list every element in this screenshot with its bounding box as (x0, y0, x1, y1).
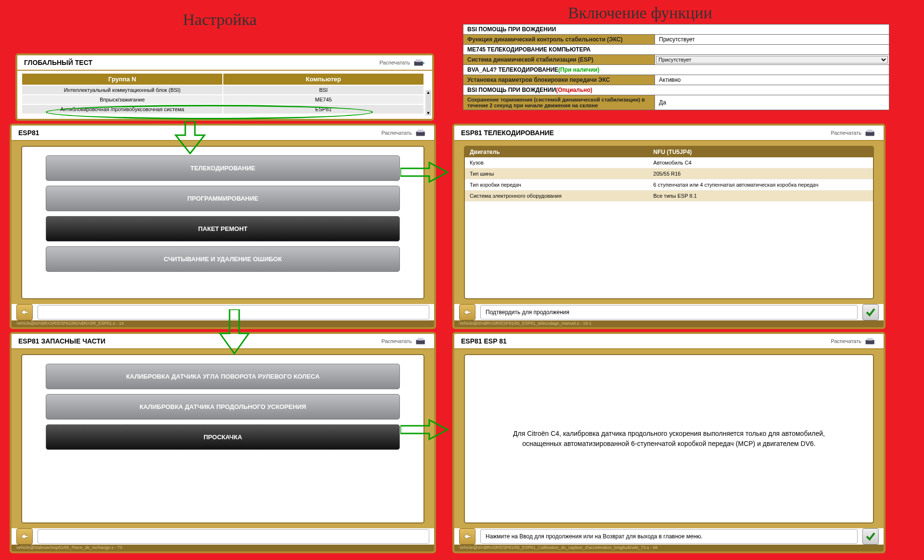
svg-rect-3 (416, 131, 425, 136)
table-row[interactable]: Тип шины205/55 R16 (465, 168, 873, 179)
cfg-header-bva: BVA_AL4? ТЕЛЕКОДИРОВАНИЕ(При наличии) (463, 65, 889, 75)
annotation-left-title: Настройка (183, 11, 257, 29)
confirm-button[interactable] (862, 304, 879, 320)
back-button[interactable] (16, 528, 33, 545)
info-text: Для Citroёn C4, калибровка датчика продо… (494, 429, 844, 449)
telecoding-button[interactable]: ТЕЛЕКОДИРОВАНИЕ (46, 155, 400, 181)
arrow-left-icon (20, 308, 29, 316)
repair-package-button[interactable]: ПАКЕТ РЕМОНТ (46, 216, 400, 242)
table-row[interactable]: КузовАвтомобиль C4 (465, 157, 873, 168)
panel-telecoding: ESP81 ТЕЛЕКОДИРОВАНИЕ Распечатать Двигат… (452, 124, 886, 329)
footer-path: vehicle@0/abrasr/esp81/85_Piece_de_recha… (12, 545, 434, 551)
calibrate-longitudinal-button[interactable]: КАЛИБРОВКА ДАТЧИКА ПРОДОЛЬНОГО УСКОРЕНИЯ (46, 394, 400, 420)
tele-title: ESP81 ТЕЛЕКОДИРОВАНИЕ (461, 129, 554, 137)
panel-esp81-menu: ESP81 Распечатать ТЕЛЕКОДИРОВАНИЕ ПРОГРА… (10, 124, 436, 329)
cfg-label: Сохранение торможения (системой динамиче… (463, 95, 655, 110)
footer-path: Vehicle@0/ABRASR/ESP81/85_ESP81_telecoda… (454, 320, 884, 327)
cfg-header-me745: ME745 ТЕЛЕКОДИРОВАНИЕ КОМПЬЮТЕРА (463, 45, 889, 55)
back-button[interactable] (16, 304, 33, 320)
back-button[interactable] (459, 304, 475, 320)
status-input[interactable] (480, 529, 858, 544)
cfg-header-bsi: BSI ПОМОЩЬ ПРИ ВОЖДЕНИИ (463, 25, 889, 35)
panel-esp81-info: ESP81 ESP 81 Распечатать Для Citroёn C4,… (452, 332, 886, 553)
config-block: BSI ПОМОЩЬ ПРИ ВОЖДЕНИИ Функция динамиче… (463, 24, 889, 110)
print-button[interactable]: Распечатать (382, 337, 427, 345)
cfg-value: Активно (655, 75, 889, 85)
col-group: Группа N (22, 74, 222, 85)
print-button[interactable]: Распечатать (380, 58, 425, 67)
printer-icon (413, 58, 425, 67)
calibrate-steering-angle-button[interactable]: КАЛИБРОВКА ДАТЧИКА УГЛА ПОВОРОТА РУЛЕВОГ… (46, 364, 400, 389)
spare-title: ESP81 ЗАПАСНЫЕ ЧАСТИ (18, 337, 105, 345)
print-button[interactable]: Распечатать (831, 128, 877, 137)
panel-spare-parts: ESP81 ЗАПАСНЫЕ ЧАСТИ Распечатать КАЛИБРО… (10, 332, 436, 553)
footer-path: Vehicle@0/ABRASR/ESP81/85_ESP81_Calibrat… (454, 545, 884, 551)
cfg-header-bsi2: BSI ПОМОЩЬ ПРИ ВОЖДЕНИИ(Опциально) (463, 85, 889, 95)
check-icon (866, 532, 875, 541)
check-icon (866, 308, 875, 317)
annotation-ellipse (46, 105, 373, 119)
table-row[interactable]: Интеллектуальный коммутационный блок (BS… (22, 86, 424, 94)
print-button[interactable]: Распечатать (831, 337, 877, 345)
annotation-arrow-down-icon (215, 309, 254, 355)
svg-rect-9 (866, 340, 874, 344)
table-row[interactable]: Тип коробки передач6 ступенчатая или 4 с… (465, 179, 873, 191)
printer-icon (415, 128, 427, 137)
bleeding-button[interactable]: ПРОСКАЧКА (46, 424, 400, 450)
print-button[interactable]: Распечатать (382, 128, 427, 137)
confirm-button[interactable] (862, 528, 879, 545)
annotation-arrow-right-icon (400, 419, 449, 441)
status-input[interactable] (480, 305, 858, 319)
read-clear-errors-button[interactable]: СЧИТЫВАНИЕ И УДАЛЕНИЕ ОШИБОК (46, 246, 400, 272)
status-input[interactable] (38, 529, 429, 544)
esp81-info-title: ESP81 ESP 81 (461, 337, 507, 345)
svg-rect-5 (416, 340, 425, 344)
cfg-label: Установка параметров блокировки передачи… (463, 75, 655, 85)
annotation-right-title: Включение функции (568, 4, 712, 22)
cfg-label: Система динамической стабилизации (ESP) (463, 55, 655, 65)
table-row[interactable]: Система электронного оборудованияВсе тип… (465, 191, 873, 202)
svg-point-2 (423, 62, 424, 64)
annotation-arrow-right-icon (400, 161, 449, 183)
svg-rect-7 (866, 131, 874, 136)
printer-icon (864, 337, 877, 345)
svg-rect-4 (418, 130, 424, 132)
svg-rect-8 (867, 130, 873, 132)
svg-rect-0 (414, 61, 423, 65)
col-computer: Компьютер (223, 74, 424, 85)
svg-rect-1 (416, 60, 422, 62)
scrollbar[interactable] (425, 90, 431, 115)
svg-rect-6 (418, 338, 424, 341)
back-button[interactable] (459, 528, 475, 545)
annotation-arrow-down-icon (171, 121, 209, 154)
telecoding-params-table: ДвигательNFU (TU5JP4) КузовАвтомобиль C4… (465, 147, 873, 202)
cfg-value: Да (655, 95, 889, 110)
svg-rect-10 (867, 338, 873, 341)
esp81-title: ESP81 (18, 129, 39, 137)
printer-icon (864, 128, 877, 137)
global-test-title: ГЛОБАЛЬНЫЙ ТЕСТ (24, 59, 92, 66)
programming-button[interactable]: ПРОГРАММИРОВАНИЕ (46, 186, 400, 211)
arrow-left-icon (463, 533, 472, 540)
arrow-left-icon (463, 308, 472, 316)
table-row[interactable]: Впрыск/зажиганиеME745 (22, 95, 424, 104)
esp-select[interactable]: Присутствует (656, 56, 888, 64)
cfg-value: Присутствует (655, 35, 889, 45)
cfg-label: Функция динамический контроль стабильнос… (463, 35, 655, 45)
printer-icon (415, 337, 427, 345)
arrow-left-icon (20, 533, 29, 540)
